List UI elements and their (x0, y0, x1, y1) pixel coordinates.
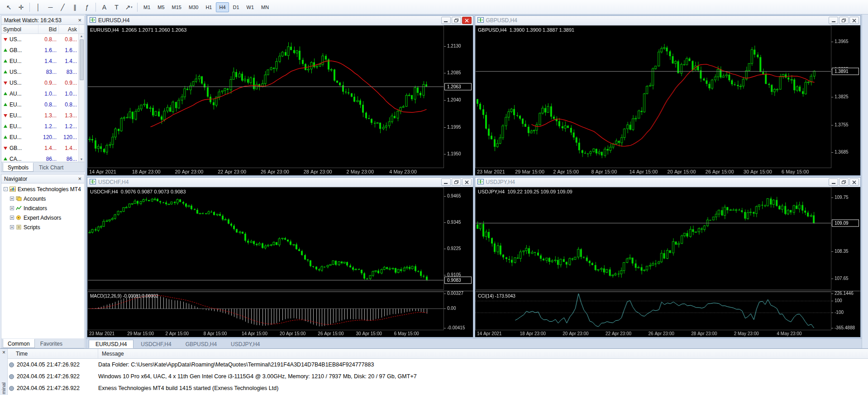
journal-row[interactable]: 2024.04.05 21:47:26.922Exness Technologi… (8, 382, 868, 394)
timeframe-mn-button[interactable]: MN (258, 2, 272, 12)
price-chart-canvas[interactable] (87, 187, 473, 337)
fibonacci-retracement-icon[interactable]: ƒ (81, 2, 93, 13)
close-button[interactable] (462, 178, 472, 186)
expert-advisors-icon (16, 215, 22, 220)
timeframe-m15-button[interactable]: M15 (169, 2, 185, 12)
crosshair-icon[interactable]: ✛ (15, 2, 27, 13)
symbol-label: EU... (10, 101, 22, 108)
tree-item-expert-advisors[interactable]: +Expert Advisors (1, 213, 84, 222)
market-watch-row[interactable]: EU...0.8...0.8... (1, 99, 84, 110)
accounts-icon (16, 196, 22, 201)
chart-icon (90, 179, 96, 186)
price-chart-canvas[interactable] (475, 187, 861, 337)
chart-window-titlebar[interactable]: USDCHF,H4 (87, 178, 473, 187)
timeframe-d1-button[interactable]: D1 (230, 2, 243, 12)
price-chart-canvas[interactable] (87, 25, 473, 175)
horizontal-line-icon[interactable]: ─ (44, 2, 57, 13)
collapse-icon[interactable]: - (4, 187, 8, 191)
chart-body (87, 187, 473, 337)
close-button[interactable] (849, 178, 859, 186)
text-label-icon[interactable]: T (110, 2, 123, 13)
vertical-line-icon[interactable]: │ (32, 2, 44, 13)
expand-icon[interactable]: + (10, 206, 14, 210)
ask-value: 1.4... (59, 58, 79, 64)
terminal-column-time[interactable]: Time (8, 349, 98, 358)
restore-button[interactable] (839, 17, 849, 24)
market-watch-row[interactable]: EU...1.2...1.2... (1, 121, 84, 132)
chart-window-titlebar[interactable]: EURUSD,H4 (87, 16, 473, 25)
tab-favorites[interactable]: Favorites (35, 339, 67, 348)
market-watch-row[interactable]: CA...86...86... (1, 154, 84, 162)
journal-row[interactable]: 2024.04.05 21:47:26.922Data Folder: C:\U… (8, 359, 868, 371)
minimize-button[interactable] (441, 17, 451, 24)
timeframe-m30-button[interactable]: M30 (186, 2, 201, 12)
bid-value: 83... (38, 69, 59, 75)
minimize-button[interactable] (829, 178, 838, 186)
close-button[interactable] (849, 17, 859, 24)
expand-icon[interactable]: + (10, 225, 14, 229)
timeframe-h4-button[interactable]: H4 (216, 2, 229, 12)
tab-common[interactable]: Common (3, 339, 35, 348)
scroll-thumb[interactable] (80, 39, 84, 80)
chart-area-scroll-strip[interactable] (862, 14, 868, 348)
symbol-label: GB... (10, 145, 22, 151)
text-icon[interactable]: A (98, 2, 110, 13)
timeframe-h1-button[interactable]: H1 (202, 2, 215, 12)
tick-up-icon (3, 135, 8, 140)
market-watch-row[interactable]: US...83...83... (1, 67, 84, 77)
scroll-up-icon[interactable]: ▲ (80, 34, 83, 39)
minimize-button[interactable] (441, 178, 451, 186)
terminal-vertical-tab[interactable]: minal (1, 382, 6, 394)
market-watch-row[interactable]: GB...1.4...1.4... (1, 143, 84, 154)
chart-tab-gbpusd[interactable]: GBPUSD,H4 (179, 340, 224, 348)
cursor-icon[interactable]: ↖ (3, 2, 15, 13)
column-header-ask[interactable]: Ask (59, 25, 79, 34)
tick-up-icon (3, 102, 8, 107)
navigator-close-icon[interactable]: × (78, 177, 81, 181)
chart-tab-eurusd[interactable]: EURUSD,H4 (89, 340, 134, 348)
chart-tab-usdjpy[interactable]: USDJPY,H4 (224, 340, 267, 348)
trendline-icon[interactable]: ╱ (57, 2, 69, 13)
timeframe-m5-button[interactable]: M5 (154, 2, 167, 12)
market-watch-row[interactable]: EU...1.3...1.3... (1, 110, 84, 121)
tab-tick-chart[interactable]: Tick Chart (34, 163, 68, 172)
expand-icon[interactable]: + (10, 197, 14, 201)
terminal-close-icon[interactable]: × (2, 350, 5, 355)
chart-tab-usdchf[interactable]: USDCHF,H4 (134, 340, 178, 348)
tree-item-root[interactable]: -Exness Technologies MT4 (1, 184, 84, 194)
chart-window-titlebar[interactable]: USDJPY,H4 (475, 178, 861, 187)
market-watch-row[interactable]: AU...1.0...1.0... (1, 88, 84, 99)
restore-button[interactable] (452, 178, 461, 186)
journal-row[interactable]: 2024.04.05 21:47:26.922Windows 10 Pro x6… (8, 371, 868, 382)
tree-item-scripts[interactable]: +Scripts (1, 222, 84, 232)
expand-icon[interactable]: + (10, 216, 14, 220)
tab-symbols[interactable]: Symbols (3, 163, 33, 172)
arrow-tools-icon[interactable]: ↗▾ (123, 2, 135, 13)
column-header-bid[interactable]: Bid (38, 25, 59, 34)
market-watch-titlebar: Market Watch: 16:24:53 × (1, 15, 85, 25)
tree-item-indicators[interactable]: +Indicators (1, 203, 84, 213)
market-watch-close-icon[interactable]: × (78, 18, 81, 23)
market-watch-row[interactable]: EU...1.4...1.4... (1, 56, 84, 67)
market-watch-scrollbar[interactable]: ▲ ▼ (78, 34, 84, 162)
timeframe-m1-button[interactable]: M1 (140, 2, 153, 12)
market-watch-row[interactable]: US...0.8...0.8... (1, 34, 84, 45)
ask-value: 1.0... (59, 91, 79, 97)
symbol-label: EU... (10, 134, 22, 140)
close-button[interactable] (462, 17, 472, 24)
market-watch-row[interactable]: EU...120...120... (1, 132, 84, 143)
tree-item-accounts[interactable]: +Accounts (1, 194, 84, 203)
terminal-column-message[interactable]: Message (98, 351, 868, 357)
column-header-symbol[interactable]: Symbol (1, 25, 38, 34)
minimize-button[interactable] (829, 17, 838, 24)
timeframe-w1-button[interactable]: W1 (243, 2, 258, 12)
charts-grid: EURUSD,H4 GBPUSD,H4 (86, 14, 862, 338)
chart-window-titlebar[interactable]: GBPUSD,H4 (475, 16, 861, 25)
scroll-down-icon[interactable]: ▼ (80, 157, 83, 162)
equidistant-channel-icon[interactable]: ∥ (69, 2, 81, 13)
restore-button[interactable] (452, 17, 461, 24)
market-watch-row[interactable]: GB...1.6...1.6... (1, 45, 84, 56)
market-watch-row[interactable]: US...0.9...0.9... (1, 77, 84, 88)
restore-button[interactable] (839, 178, 849, 186)
price-chart-canvas[interactable] (475, 25, 861, 175)
